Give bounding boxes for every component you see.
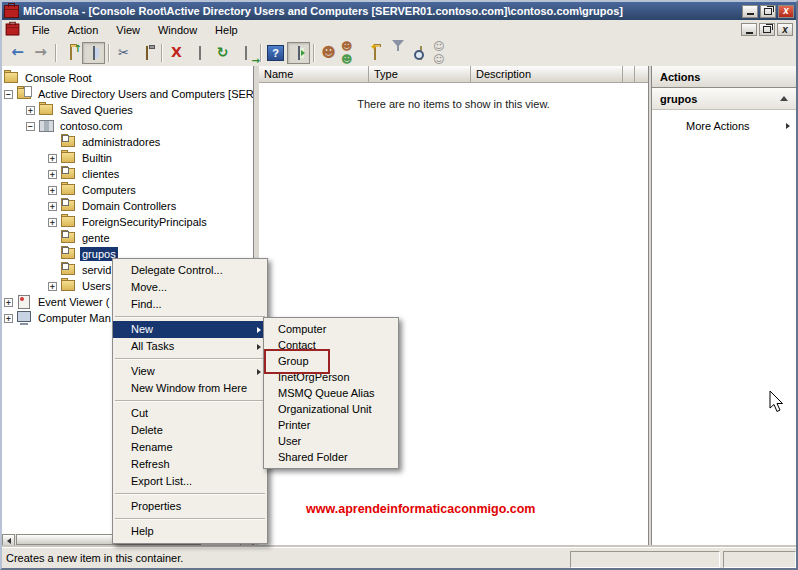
tree-item-domain-controllers[interactable]: +Domain Controllers <box>2 198 253 214</box>
special-users-button[interactable]: ☺☺ <box>432 42 455 64</box>
expand-icon[interactable]: + <box>48 282 57 291</box>
up-one-level-button[interactable]: ↑ <box>59 42 82 64</box>
tree-item-clientes[interactable]: +clientes <box>2 166 253 182</box>
new-ou-button[interactable]: ✦ <box>363 42 386 64</box>
tree-item-contoso-com[interactable]: −contoso.com <box>2 118 253 134</box>
tree-item-administradores[interactable]: administradores <box>2 134 253 150</box>
submenu-arrow-icon <box>257 344 261 350</box>
menu-item-label: All Tasks <box>131 338 174 355</box>
tree-item-console-root[interactable]: Console Root <box>2 70 253 86</box>
expand-spacer <box>48 266 57 275</box>
console-toolbox-icon <box>4 5 19 18</box>
context-menu-item-view[interactable]: View <box>113 363 267 380</box>
column-header-description[interactable]: Description <box>471 66 623 83</box>
set-filter-button[interactable] <box>386 42 409 64</box>
more-actions-item[interactable]: More Actions <box>652 117 796 135</box>
domain-icon <box>39 120 54 132</box>
submenu-item-computer[interactable]: Computer <box>264 321 398 337</box>
submenu-item-user[interactable]: User <box>264 433 398 449</box>
expand-icon[interactable]: + <box>4 298 13 307</box>
expand-icon[interactable]: + <box>48 218 57 227</box>
context-menu-item-new[interactable]: New <box>113 321 267 338</box>
context-menu-item-move[interactable]: Move... <box>113 279 267 296</box>
context-menu-item-new-window-from-here[interactable]: New Window from Here <box>113 380 267 397</box>
tree-item-label: Console Root <box>23 71 94 85</box>
expand-icon[interactable]: + <box>48 186 57 195</box>
back-button[interactable]: ← <box>6 42 29 64</box>
close-button[interactable]: x <box>778 5 794 18</box>
refresh-button[interactable]: ↻ <box>211 42 234 64</box>
expand-icon[interactable]: + <box>48 170 57 179</box>
folder-star-icon: ✦ <box>374 47 376 59</box>
paste-button[interactable] <box>135 42 158 64</box>
context-menu-item-refresh[interactable]: Refresh <box>113 456 267 473</box>
tree-item-label: Saved Queries <box>58 103 135 117</box>
menu-window[interactable]: Window <box>150 22 205 38</box>
tree-item-saved-queries[interactable]: +Saved Queries <box>2 102 253 118</box>
restore-button[interactable] <box>759 23 775 36</box>
forward-button[interactable]: → <box>29 42 52 64</box>
menu-item-label: Move... <box>131 279 167 296</box>
menu-file[interactable]: File <box>24 22 58 38</box>
export-list-button[interactable]: → <box>234 42 257 64</box>
context-menu-item-help[interactable]: Help <box>113 523 267 540</box>
column-header-name[interactable]: Name <box>259 66 369 83</box>
menu-view[interactable]: View <box>108 22 148 38</box>
tree-item-computers[interactable]: +Computers <box>2 182 253 198</box>
expand-spacer <box>48 250 57 259</box>
tree-item-label: servid <box>80 263 113 277</box>
delete-button[interactable]: X <box>165 42 188 64</box>
menu-help[interactable]: Help <box>207 22 246 38</box>
cut-button[interactable]: ✂ <box>112 42 135 64</box>
tree-item-foreignsecurityprincipals[interactable]: +ForeignSecurityPrincipals <box>2 214 253 230</box>
context-menu-item-cut[interactable]: Cut <box>113 405 267 422</box>
show-console-tree-button[interactable] <box>82 42 105 64</box>
restore-button[interactable] <box>760 5 776 18</box>
column-header-type[interactable]: Type <box>369 66 471 83</box>
tree-item-label: Domain Controllers <box>80 199 178 213</box>
submenu-item-msmq-queue-alias[interactable]: MSMQ Queue Alias <box>264 385 398 401</box>
help-button[interactable]: ? <box>264 42 287 64</box>
toolbar-separator <box>108 44 109 62</box>
folder-up-icon: ↑ <box>70 47 72 59</box>
expand-icon[interactable]: + <box>48 202 57 211</box>
new-user-button[interactable]: ☻ <box>317 42 340 64</box>
submenu-item-shared-folder[interactable]: Shared Folder <box>264 449 398 465</box>
expand-spacer <box>48 234 57 243</box>
minimize-button[interactable] <box>741 23 757 36</box>
title-bar[interactable]: MiConsola - [Console Root\Active Directo… <box>2 2 796 20</box>
actions-section-header[interactable]: grupos <box>652 88 796 110</box>
submenu-item-organizational-unit[interactable]: Organizational Unit <box>264 401 398 417</box>
tree-item-gente[interactable]: gente <box>2 230 253 246</box>
expand-icon[interactable]: + <box>26 106 35 115</box>
window-tree-icon <box>93 47 95 59</box>
collapse-arrow-icon[interactable] <box>780 96 788 101</box>
expand-icon[interactable]: + <box>4 314 13 323</box>
ou-icon <box>61 200 76 212</box>
mmc-window: MiConsola - [Console Root\Active Directo… <box>0 0 798 570</box>
minimize-button[interactable] <box>742 5 758 18</box>
users-outline-icon: ☺☺ <box>433 40 454 66</box>
submenu-item-printer[interactable]: Printer <box>264 417 398 433</box>
context-menu-item-find[interactable]: Find... <box>113 296 267 313</box>
context-menu-item-properties[interactable]: Properties <box>113 498 267 515</box>
close-button[interactable]: x <box>777 23 793 36</box>
expand-icon[interactable]: + <box>48 154 57 163</box>
context-menu-item-export-list[interactable]: Export List... <box>113 473 267 490</box>
context-menu-item-delete[interactable]: Delete <box>113 422 267 439</box>
status-panel <box>723 551 796 568</box>
find-button[interactable] <box>409 42 432 64</box>
menu-action[interactable]: Action <box>60 22 107 38</box>
collapse-icon[interactable]: − <box>4 90 13 99</box>
context-menu-item-rename[interactable]: Rename <box>113 439 267 456</box>
context-menu-item-delegate-control[interactable]: Delegate Control... <box>113 262 267 279</box>
more-actions-label: More Actions <box>686 120 750 132</box>
tree-item-active-directory-users-and-computers-serv[interactable]: −Active Directory Users and Computers [S… <box>2 86 253 102</box>
scroll-left-button[interactable] <box>2 534 15 547</box>
collapse-icon[interactable]: − <box>26 122 35 131</box>
new-group-button[interactable]: ☻☻ <box>340 42 363 64</box>
tree-item-builtin[interactable]: +Builtin <box>2 150 253 166</box>
show-action-pane-button[interactable] <box>287 42 310 64</box>
context-menu-item-all-tasks[interactable]: All Tasks <box>113 338 267 355</box>
properties-button[interactable] <box>188 42 211 64</box>
